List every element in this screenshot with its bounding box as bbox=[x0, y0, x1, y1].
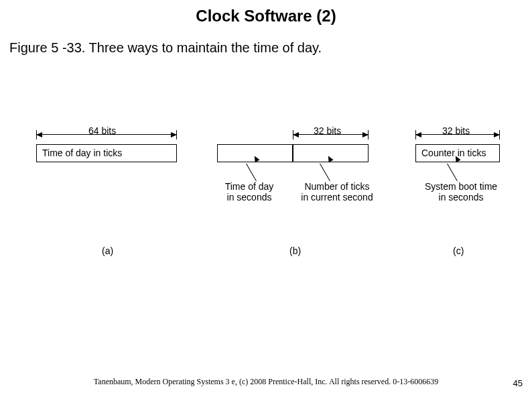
arrow-c-line bbox=[447, 164, 458, 182]
page-number: 45 bbox=[513, 378, 523, 388]
arrow-b-right-line bbox=[320, 164, 330, 182]
slide-title: Clock Software (2) bbox=[0, 0, 532, 25]
annot-b-left: Time of day in seconds bbox=[216, 181, 283, 203]
figure-caption: Figure 5 -33. Three ways to maintain the… bbox=[0, 25, 532, 56]
part-a: (a) bbox=[102, 245, 113, 256]
part-b: (b) bbox=[289, 245, 301, 256]
dim-a-label: 64 bits bbox=[88, 125, 116, 136]
dim-c-label: 32 bits bbox=[442, 125, 470, 136]
figure: 64 bits Time of day in ticks (a) 32 bits… bbox=[36, 107, 505, 275]
part-c: (c) bbox=[453, 245, 464, 256]
footer-credit: Tanenbaum, Modern Operating Systems 3 e,… bbox=[0, 377, 532, 387]
annot-c: System boot time in seconds bbox=[414, 181, 508, 203]
annot-b-right: Number of ticks in current second bbox=[293, 181, 381, 203]
arrow-b-left-line bbox=[246, 164, 257, 182]
box-a-label: Time of day in ticks bbox=[42, 148, 122, 158]
dim-b-label: 32 bits bbox=[314, 125, 341, 136]
